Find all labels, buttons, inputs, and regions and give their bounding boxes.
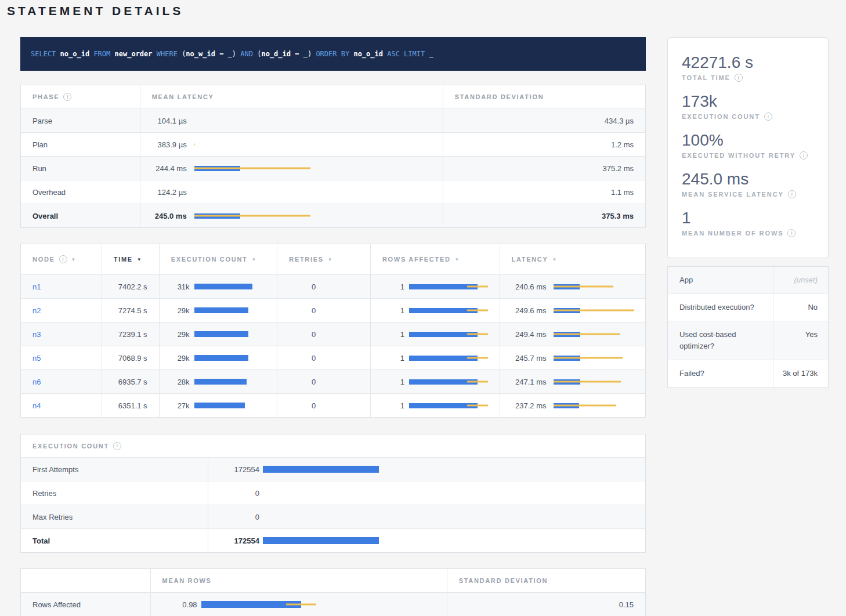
latency-bar: [554, 356, 634, 361]
rows-affected-bar: [409, 284, 488, 289]
node-exec-count-value: 29k: [171, 306, 190, 315]
summary-label-text: TOTAL TIME: [682, 74, 731, 81]
table-row: Max Retries 0: [21, 505, 645, 528]
rows-affected-label: Rows Affected: [21, 593, 150, 616]
sql-token: _: [429, 50, 433, 58]
sql-token: = _): [215, 50, 240, 58]
executed-without-retry-value: 100%: [682, 131, 814, 150]
std-dev-column-header[interactable]: STANDARD DEVIATION: [443, 85, 645, 108]
node-time-value: 7068.9 s: [102, 346, 159, 369]
latency-bar: [194, 166, 431, 171]
info-icon[interactable]: i: [764, 113, 772, 121]
mean-latency-value: 124.2 µs: [152, 188, 187, 197]
phase-header-label: PHASE: [32, 93, 59, 100]
info-icon[interactable]: i: [735, 74, 743, 82]
node-link[interactable]: n4: [32, 401, 41, 410]
mean-latency-value: 383.9 µs: [152, 140, 187, 149]
sql-token: = _): [291, 50, 316, 58]
node-column-header[interactable]: NODE i ▼: [21, 244, 102, 274]
node-rows-affected-value: 1: [382, 306, 404, 315]
node-rows-affected-value: 1: [382, 354, 404, 363]
rows-affected-bar: [409, 332, 488, 337]
node-stats-table: NODE i ▼ TIME ▼ EXECUTION COUNT ▼ RETRIE…: [20, 244, 646, 418]
info-icon[interactable]: i: [788, 190, 796, 198]
mean-latency-column-header[interactable]: MEAN LATENCY: [140, 85, 443, 108]
phase-label: Plan: [21, 133, 140, 156]
rows-affected-bar: [409, 379, 488, 385]
summary-item: 173k EXECUTION COUNTi: [682, 92, 814, 121]
rows-affected-bar: [409, 403, 488, 408]
node-latency-value: 240.6 ms: [512, 282, 547, 291]
sort-arrow-icon: ▼: [71, 257, 76, 262]
latency-bar: [194, 142, 431, 147]
latency-column-header[interactable]: LATENCY ▼: [500, 244, 646, 274]
time-column-header[interactable]: TIME ▼: [102, 244, 159, 274]
execution-count-column-header[interactable]: EXECUTION COUNT ▼: [159, 244, 277, 274]
mean-service-latency-value: 245.0 ms: [682, 169, 814, 189]
summary-item: 42271.6 s TOTAL TIMEi: [682, 53, 814, 82]
sql-token: SELECT: [31, 50, 60, 58]
exec-row-label: Max Retries: [21, 505, 208, 528]
std-dev-header-label: STANDARD DEVIATION: [455, 93, 544, 100]
detail-row: App (unset): [668, 267, 828, 293]
node-time-value: 6935.7 s: [102, 370, 159, 393]
table-row: Overall 245.0 ms 375.3 ms: [21, 204, 645, 227]
table-row: n3 7239.1 s 29k 0 1 249.4 ms: [21, 322, 645, 346]
node-time-value: 7402.2 s: [102, 275, 159, 298]
sql-token: no_o_id: [353, 50, 383, 58]
sql-token: no_d_id: [261, 50, 291, 58]
page-title: STATEMENT DETAILS: [7, 4, 846, 18]
exec-count-bar: [194, 403, 266, 408]
sql-token: AND: [240, 50, 253, 58]
mean-latency-value: 244.4 ms: [152, 164, 187, 173]
table-row: First Attempts 172554: [21, 457, 645, 481]
node-link[interactable]: n5: [32, 354, 41, 363]
std-dev-value: 1.2 ms: [443, 133, 645, 156]
std-dev-value: 1.1 ms: [443, 180, 645, 204]
table-row: Total 172554: [21, 528, 645, 552]
execution-count-title-label: EXECUTION COUNT: [32, 443, 109, 450]
node-link[interactable]: n2: [32, 306, 41, 315]
info-icon[interactable]: i: [113, 442, 121, 450]
info-icon[interactable]: i: [800, 151, 808, 160]
detail-row: Used cost-based optimizer? Yes: [668, 321, 828, 360]
node-link[interactable]: n1: [32, 282, 41, 291]
execution-count-table: EXECUTION COUNT i First Attempts 172554 …: [20, 434, 646, 553]
latency-header-label: LATENCY: [512, 256, 548, 263]
retries-column-header[interactable]: RETRIES ▼: [277, 244, 370, 274]
sql-token: no_w_id: [186, 50, 215, 58]
info-icon[interactable]: i: [59, 255, 67, 263]
std-dev-header-label: STANDARD DEVIATION: [459, 577, 548, 584]
failed-value: 3k of 173k: [773, 360, 828, 387]
execution-count-section-header: EXECUTION COUNT i: [32, 442, 121, 450]
latency-bar: [554, 379, 634, 385]
exec-count-bar: [194, 307, 266, 313]
table-row: Retries 0: [21, 481, 645, 505]
exec-row-label: Retries: [21, 481, 208, 505]
sql-token: ORDER BY: [316, 50, 353, 58]
phase-column-header[interactable]: PHASE i: [21, 85, 140, 108]
exec-count-bar: [263, 537, 634, 544]
latency-bar: [554, 308, 634, 313]
mean-rows-header-label: MEAN ROWS: [162, 577, 212, 584]
exec-row-label: First Attempts: [21, 458, 208, 481]
node-link[interactable]: n6: [32, 378, 41, 386]
rows-affected-column-header[interactable]: ROWS AFFECTED ▼: [370, 244, 500, 274]
sort-arrow-icon: ▼: [552, 257, 557, 262]
summary-label-text: EXECUTION COUNT: [682, 113, 760, 120]
std-dev-column-header: STANDARD DEVIATION: [447, 569, 645, 592]
mean-latency-value: 104.1 µs: [152, 117, 187, 125]
info-icon[interactable]: i: [63, 93, 71, 101]
failed-label: Failed?: [668, 360, 773, 387]
node-link[interactable]: n3: [32, 330, 41, 339]
std-dev-value: 434.3 µs: [443, 109, 645, 132]
sql-token: FROM: [89, 50, 114, 58]
app-label: App: [668, 267, 773, 293]
info-icon[interactable]: i: [787, 229, 796, 237]
executed-without-retry-label: EXECUTED WITHOUT RETRYi: [682, 151, 814, 160]
exec-row-value: 0: [220, 489, 259, 498]
mean-latency-value: 245.0 ms: [152, 212, 187, 220]
phase-label: Run: [21, 157, 140, 180]
node-retries-value: 0: [277, 370, 370, 393]
sql-token: new_order: [115, 50, 153, 58]
